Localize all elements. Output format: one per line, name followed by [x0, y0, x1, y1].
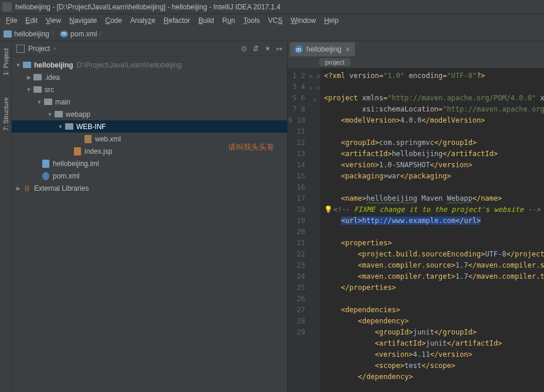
tree-node-webapp[interactable]: ▼ webapp: [12, 108, 287, 120]
menu-navigate[interactable]: Navigate: [66, 15, 100, 26]
chevron-right-icon[interactable]: ▶: [14, 185, 22, 191]
window-title: hellobeijing - [D:\Project\Java\Learn\he…: [15, 3, 281, 11]
app-icon: [2, 2, 12, 12]
breadcrumb-file[interactable]: pom.xml: [70, 30, 97, 38]
panel-title: Project: [28, 45, 50, 53]
editor-tab[interactable]: m hellobeijing ✕: [290, 42, 355, 56]
menu-file[interactable]: File: [2, 15, 21, 26]
tree-label: .idea: [45, 73, 60, 82]
close-icon[interactable]: ✕: [345, 46, 350, 53]
tree-label: webapp: [66, 110, 90, 119]
menu-code[interactable]: Code: [102, 15, 126, 26]
maven-icon: [42, 172, 49, 180]
tab-label: hellobeijing: [306, 45, 342, 53]
tree-node-src[interactable]: ▼ src: [12, 83, 287, 96]
project-panel: Project ▾ ⊙ ⇵ ✶ ↦ ▼ hellobeijing D:\Proj…: [12, 41, 288, 392]
menu-vcs[interactable]: VCS: [265, 15, 286, 26]
folder-icon: [4, 31, 12, 38]
chevron-down-icon[interactable]: ▼: [46, 111, 54, 117]
tree-label: src: [45, 86, 54, 94]
line-numbers: 1 2 3 4 5 6 7 8 9 10 11 12 13 14 15 16 1…: [288, 68, 309, 392]
menu-edit[interactable]: Edit: [22, 15, 41, 26]
tree-node-idea[interactable]: ▶ .idea: [12, 71, 287, 83]
left-gutter: 1: Project 7: Structure: [0, 41, 12, 392]
folder-icon: [55, 111, 63, 117]
tree-label: hellobeijing.iml: [53, 160, 99, 168]
module-icon: [16, 45, 25, 53]
chevron-right-icon[interactable]: ▶: [25, 75, 33, 80]
project-tree[interactable]: ▼ hellobeijing D:\Project\Java\Learn\hel…: [12, 56, 287, 392]
watermark-text: 请叫我头头哥: [228, 142, 274, 153]
editor-breadcrumb: project: [288, 56, 544, 68]
chevron-down-icon[interactable]: ▼: [25, 87, 33, 93]
menu-analyze[interactable]: Analyze: [127, 15, 159, 26]
chevron-right-icon: 〉: [52, 30, 58, 38]
hide-icon[interactable]: ↦: [276, 45, 282, 53]
menu-build[interactable]: Build: [195, 15, 218, 26]
breadcrumb-root[interactable]: hellobeijing: [14, 30, 49, 38]
gear-icon[interactable]: ✶: [265, 45, 271, 53]
maven-icon: m: [60, 31, 68, 38]
folder-icon: [33, 86, 42, 93]
folder-icon: [44, 99, 52, 105]
menu-window[interactable]: Window: [287, 15, 319, 26]
code-editor[interactable]: 1 2 3 4 5 6 7 8 9 10 11 12 13 14 15 16 1…: [288, 68, 544, 392]
xml-file-icon: [85, 135, 92, 143]
tree-label: WEB-INF: [76, 123, 106, 131]
folder-icon: [23, 62, 31, 68]
menu-refactor[interactable]: Refactor: [160, 15, 194, 26]
menu-run[interactable]: Run: [219, 15, 239, 26]
tree-label: hellobeijing: [34, 61, 73, 69]
menu-help[interactable]: Help: [320, 15, 342, 26]
fold-gutter[interactable]: ⊟ ⊟ ⊟ ⊟ ⊟: [309, 68, 320, 392]
side-tab-project[interactable]: 1: Project: [1, 46, 11, 77]
tree-path: D:\Project\Java\Learn\hellobeijing: [77, 61, 182, 69]
tree-root[interactable]: ▼ hellobeijing D:\Project\Java\Learn\hel…: [12, 59, 287, 71]
chevron-right-icon: 〉: [99, 30, 105, 38]
tree-label: External Libraries: [34, 184, 89, 192]
menu-bar[interactable]: File Edit View Navigate Code Analyze Ref…: [0, 14, 544, 27]
folder-icon: [33, 74, 42, 80]
tree-label: main: [55, 98, 70, 106]
editor-tabs: m hellobeijing ✕: [288, 41, 544, 56]
tree-node-pom[interactable]: pom.xml: [12, 170, 287, 182]
chevron-down-icon[interactable]: ▼: [56, 124, 65, 130]
crumb-tag[interactable]: project: [319, 58, 350, 66]
side-tab-structure[interactable]: 7: Structure: [1, 95, 11, 133]
maven-icon: m: [295, 45, 303, 53]
tree-node-ext-libs[interactable]: ▶ ||| External Libraries: [12, 182, 287, 194]
jsp-file-icon: [74, 147, 81, 156]
tree-label: index.jsp: [85, 147, 112, 156]
chevron-down-icon[interactable]: ▼: [14, 62, 22, 68]
editor-area: m hellobeijing ✕ project 1 2 3 4 5 6 7 8…: [288, 41, 544, 392]
tree-label: pom.xml: [53, 172, 79, 180]
tree-label: web.xml: [95, 135, 121, 143]
code-content[interactable]: <?xml version="1.0" encoding="UTF-8"?> <…: [320, 68, 544, 392]
nav-breadcrumb: hellobeijing 〉 m pom.xml 〉: [0, 27, 544, 41]
menu-tools[interactable]: Tools: [240, 15, 263, 26]
collapse-icon[interactable]: ⇵: [253, 45, 259, 53]
title-bar: hellobeijing - [D:\Project\Java\Learn\he…: [0, 0, 544, 14]
iml-file-icon: [42, 160, 49, 168]
dropdown-icon[interactable]: ▾: [53, 46, 56, 52]
target-icon[interactable]: ⊙: [241, 45, 247, 53]
tree-node-iml[interactable]: hellobeijing.iml: [12, 157, 287, 170]
chevron-down-icon[interactable]: ▼: [35, 99, 43, 105]
menu-view[interactable]: View: [42, 15, 65, 26]
tree-node-webinf[interactable]: ▼ WEB-INF: [12, 120, 287, 133]
folder-icon: [65, 123, 73, 130]
tree-node-main[interactable]: ▼ main: [12, 96, 287, 108]
